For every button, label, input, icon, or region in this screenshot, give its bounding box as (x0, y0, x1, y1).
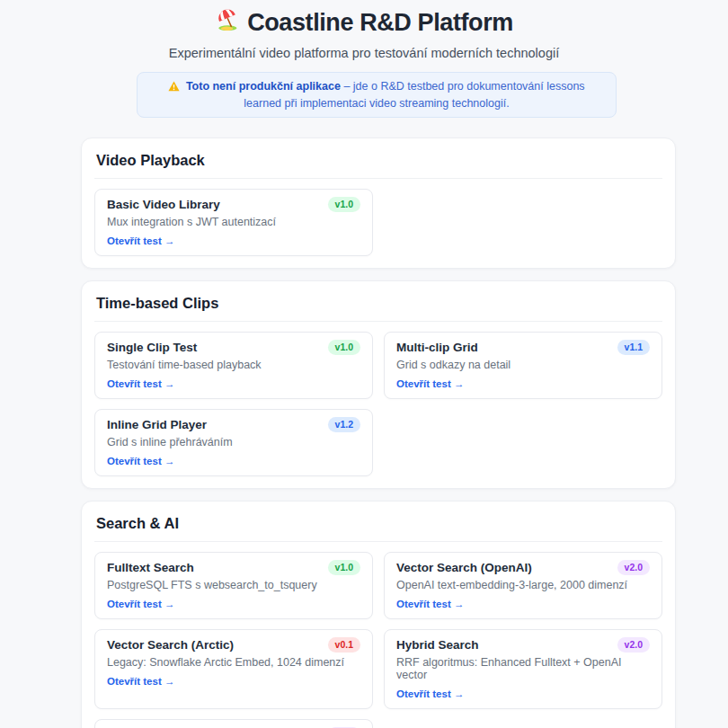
banner-bold-text: Toto není produkční aplikace (186, 80, 341, 93)
card-vector-search-arctic: Vector Search (Arctic) v0.1 Legacy: Snow… (94, 629, 373, 709)
section-title: Search & AI (94, 514, 662, 542)
section-title: Video Playback (94, 151, 662, 179)
section-search-ai: Search & AI Fulltext Search v1.0 Postgre… (81, 501, 676, 728)
main-content: Video Playback Basic Video Library v1.0 … (81, 138, 676, 728)
section-video-playback: Video Playback Basic Video Library v1.0 … (81, 138, 676, 269)
open-test-link[interactable]: Otevřít test → (107, 456, 174, 466)
open-test-link[interactable]: Otevřít test → (396, 378, 464, 389)
card-description: OpenAI text-embedding-3-large, 2000 dime… (396, 579, 650, 591)
card-title: Hybrid Search (396, 638, 479, 653)
section-time-based-clips: Time-based Clips Single Clip Test v1.0 T… (81, 280, 676, 489)
open-test-link[interactable]: Otevřít test → (107, 599, 174, 609)
card-inline-grid-player: Inline Grid Player v1.2 Grid s inline př… (94, 409, 373, 476)
card-grid: Basic Video Library v1.0 Mux integration… (94, 189, 662, 256)
card-description: RRF algoritmus: Enhanced Fulltext + Open… (396, 656, 650, 681)
version-badge: v0.1 (328, 637, 360, 653)
page-subtitle: Experimentální video platforma pro testo… (0, 46, 728, 61)
version-badge: v2.0 (617, 637, 650, 653)
open-test-link[interactable]: Otevřít test → (396, 599, 464, 609)
card-basic-video-library: Basic Video Library v1.0 Mux integration… (94, 189, 373, 256)
version-badge: v1.2 (328, 417, 360, 432)
card-ai-summary: AI Summary v2.0 AI Overview s OpenAI emb… (94, 719, 373, 728)
version-badge: v1.1 (617, 340, 650, 355)
version-badge: v2.0 (617, 560, 650, 575)
card-fulltext-search: Fulltext Search v1.0 PostgreSQL FTS s we… (94, 552, 373, 619)
warning-icon (168, 80, 185, 93)
card-title: Basic Video Library (107, 198, 220, 212)
card-description: Testování time-based playback (107, 359, 360, 371)
card-description: Grid s inline přehráváním (107, 436, 360, 448)
section-title: Time-based Clips (94, 294, 662, 322)
card-title: Fulltext Search (107, 561, 194, 575)
card-description: Grid s odkazy na detail (396, 359, 650, 371)
card-title: Inline Grid Player (107, 418, 207, 432)
version-badge: v1.0 (328, 197, 360, 212)
open-test-link[interactable]: Otevřít test → (396, 688, 464, 699)
card-multi-clip-grid: Multi-clip Grid v1.1 Grid s odkazy na de… (384, 332, 662, 399)
card-title: Vector Search (OpenAI) (396, 561, 532, 575)
card-description: PostgreSQL FTS s websearch_to_tsquery (107, 579, 360, 591)
card-hybrid-search: Hybrid Search v2.0 RRF algoritmus: Enhan… (384, 629, 662, 709)
version-badge: v1.0 (328, 340, 360, 355)
open-test-link[interactable]: Otevřít test → (107, 676, 174, 687)
card-description: Mux integration s JWT autentizací (107, 216, 360, 228)
card-single-clip-test: Single Clip Test v1.0 Testování time-bas… (94, 332, 373, 399)
open-test-link[interactable]: Otevřít test → (107, 235, 174, 246)
card-grid: Single Clip Test v1.0 Testování time-bas… (94, 332, 662, 476)
card-title: Single Clip Test (107, 341, 197, 355)
beach-umbrella-icon (215, 7, 239, 38)
open-test-link[interactable]: Otevřít test → (107, 378, 174, 389)
card-vector-search-openai: Vector Search (OpenAI) v2.0 OpenAI text-… (384, 552, 662, 619)
card-description: Legacy: Snowflake Arctic Embed, 1024 dim… (107, 656, 360, 669)
card-grid: Fulltext Search v1.0 PostgreSQL FTS s we… (94, 552, 662, 728)
version-badge: v1.0 (328, 560, 360, 575)
card-title: Vector Search (Arctic) (107, 638, 234, 653)
card-title: Multi-clip Grid (396, 341, 478, 355)
page-title: Coastline R&D Platform (0, 7, 728, 38)
page-title-text: Coastline R&D Platform (247, 8, 513, 37)
warning-banner: Toto není produkční aplikace – jde o R&D… (137, 72, 617, 118)
page-header: Coastline R&D Platform Experimentální vi… (0, 7, 728, 61)
